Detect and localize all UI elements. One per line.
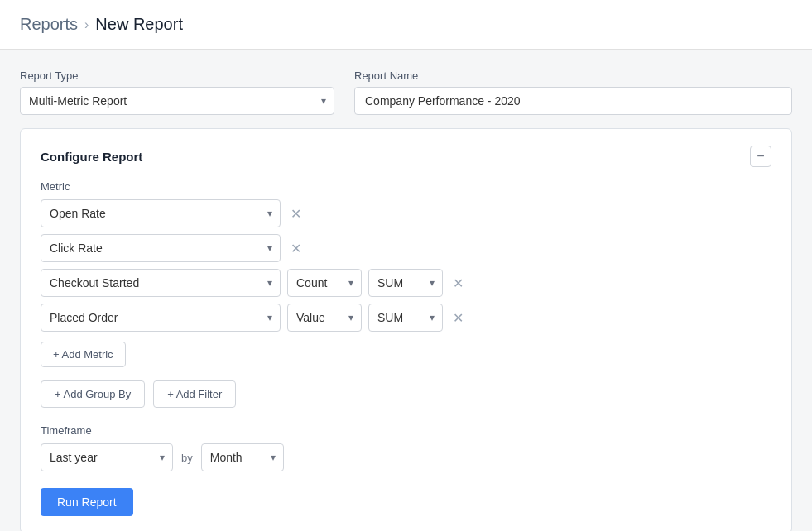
metric-3-count-select[interactable]: Count Value xyxy=(287,269,362,297)
metric-3-select-wrapper: Checkout Started Open Rate Click Rate Pl… xyxy=(41,269,281,297)
timeframe-row: Last year Last 30 days Last 90 days This… xyxy=(41,443,771,471)
metric-2-select[interactable]: Click Rate Open Rate Checkout Started Pl… xyxy=(41,234,281,262)
metric-3-count-wrapper: Count Value xyxy=(287,269,362,297)
page-content: Report Type Multi-Metric Report Single M… xyxy=(0,50,812,531)
report-name-group: Report Name xyxy=(354,69,792,115)
metric-4-remove-button[interactable]: ✕ xyxy=(449,310,467,326)
add-group-by-button[interactable]: + Add Group By xyxy=(41,380,145,408)
by-label: by xyxy=(181,452,193,464)
metric-section-label: Metric xyxy=(41,180,771,193)
metric-4-count-wrapper: Value Count xyxy=(287,304,362,332)
breadcrumb-parent[interactable]: Reports xyxy=(20,15,78,34)
metric-4-sum-wrapper: SUM AVG MIN MAX xyxy=(368,304,443,332)
metric-row-3: Checkout Started Open Rate Click Rate Pl… xyxy=(41,269,771,297)
metric-3-select[interactable]: Checkout Started Open Rate Click Rate Pl… xyxy=(41,269,281,297)
collapse-button[interactable]: − xyxy=(750,146,771,167)
group-filter-row: + Add Group By + Add Filter xyxy=(41,380,771,408)
metric-1-select[interactable]: Open Rate Click Rate Checkout Started Pl… xyxy=(41,199,281,227)
report-type-select[interactable]: Multi-Metric Report Single Metric Report… xyxy=(20,87,334,115)
metric-3-remove-button[interactable]: ✕ xyxy=(449,275,467,291)
report-name-label: Report Name xyxy=(354,69,792,82)
report-type-label: Report Type xyxy=(20,69,334,82)
metric-1-select-wrapper: Open Rate Click Rate Checkout Started Pl… xyxy=(41,199,281,227)
metric-row-4: Placed Order Open Rate Click Rate Checko… xyxy=(41,304,771,332)
metric-3-sum-wrapper: SUM AVG MIN MAX xyxy=(368,269,443,297)
page-header: Reports › New Report xyxy=(0,0,812,50)
timeframe-section: Timeframe Last year Last 30 days Last 90… xyxy=(41,424,771,471)
metric-4-select-wrapper: Placed Order Open Rate Click Rate Checko… xyxy=(41,304,281,332)
metric-2-select-wrapper: Click Rate Open Rate Checkout Started Pl… xyxy=(41,234,281,262)
timeframe-select[interactable]: Last year Last 30 days Last 90 days This… xyxy=(41,443,173,471)
metric-4-count-select[interactable]: Value Count xyxy=(287,304,362,332)
metric-3-sum-select[interactable]: SUM AVG MIN MAX xyxy=(368,269,443,297)
card-header: Configure Report − xyxy=(41,146,771,167)
metric-1-remove-button[interactable]: ✕ xyxy=(287,206,305,222)
add-metric-row: + Add Metric xyxy=(41,338,771,367)
period-select[interactable]: Month Week Day Quarter Year xyxy=(201,443,284,471)
run-button-container: Run Report xyxy=(41,471,771,516)
metric-row-1: Open Rate Click Rate Checkout Started Pl… xyxy=(41,199,771,227)
period-select-wrapper: Month Week Day Quarter Year xyxy=(201,443,284,471)
breadcrumb-chevron-icon: › xyxy=(84,17,89,32)
top-form-row: Report Type Multi-Metric Report Single M… xyxy=(20,69,792,115)
metric-2-remove-button[interactable]: ✕ xyxy=(287,241,305,256)
report-name-input[interactable] xyxy=(354,87,792,115)
breadcrumb-current: New Report xyxy=(95,15,183,34)
card-title: Configure Report xyxy=(41,150,142,164)
run-report-button[interactable]: Run Report xyxy=(41,488,133,516)
timeframe-select-wrapper: Last year Last 30 days Last 90 days This… xyxy=(41,443,173,471)
metric-row-2: Click Rate Open Rate Checkout Started Pl… xyxy=(41,234,771,262)
metric-4-select[interactable]: Placed Order Open Rate Click Rate Checko… xyxy=(41,304,281,332)
timeframe-label: Timeframe xyxy=(41,424,771,437)
configure-report-card: Configure Report − Metric Open Rate Clic… xyxy=(20,128,792,531)
metric-4-sum-select[interactable]: SUM AVG MIN MAX xyxy=(368,304,443,332)
add-metric-button[interactable]: + Add Metric xyxy=(41,342,126,367)
add-filter-button[interactable]: + Add Filter xyxy=(153,380,236,408)
report-type-group: Report Type Multi-Metric Report Single M… xyxy=(20,69,334,115)
report-type-select-wrapper: Multi-Metric Report Single Metric Report… xyxy=(20,87,334,115)
